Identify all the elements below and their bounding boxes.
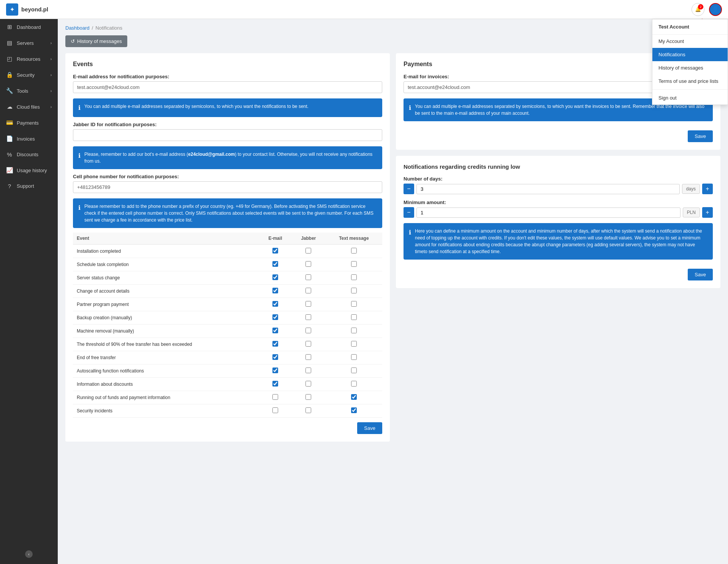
checkbox-sms[interactable] xyxy=(351,288,357,293)
checkbox-email[interactable] xyxy=(272,341,278,347)
info-icon-invoice: ℹ xyxy=(409,103,411,112)
checkbox-sms[interactable] xyxy=(351,274,357,280)
checkbox-sms[interactable] xyxy=(351,381,357,387)
checkbox-email[interactable] xyxy=(272,328,278,333)
checkbox-jabber[interactable] xyxy=(305,248,311,253)
checkbox-sms[interactable] xyxy=(351,314,357,320)
checkbox-jabber[interactable] xyxy=(305,368,311,373)
user-dropdown: Test Account My Account Notifications Hi… xyxy=(652,19,728,105)
checkbox-sms[interactable] xyxy=(351,394,357,400)
checkbox-sms[interactable] xyxy=(351,328,357,333)
cloud-chevron: › xyxy=(51,105,52,109)
notifications-button[interactable]: 🔔 2 xyxy=(692,3,704,16)
sidebar-item-security[interactable]: 🔒 Security › xyxy=(0,67,58,83)
info-icon-email: ℹ xyxy=(78,103,81,112)
jabber-input[interactable] xyxy=(73,129,382,141)
checkbox-email[interactable] xyxy=(272,274,278,280)
checkbox-jabber[interactable] xyxy=(305,328,311,333)
discounts-icon: % xyxy=(6,151,13,158)
sidebar-item-resources[interactable]: ◰ Resources › xyxy=(0,51,58,67)
top-header: ✦ beyond.pl 🔔 2 👤 Test Account My Accoun… xyxy=(0,0,728,19)
checkbox-jabber[interactable] xyxy=(305,341,311,347)
checkbox-sms[interactable] xyxy=(351,354,357,360)
checkbox-email[interactable] xyxy=(272,407,278,413)
checkbox-jabber[interactable] xyxy=(305,261,311,267)
dropdown-my-account[interactable]: My Account xyxy=(652,35,728,48)
days-decrement-button[interactable]: − xyxy=(404,184,414,194)
amount-decrement-button[interactable]: − xyxy=(404,207,414,218)
credits-info-text: Here you can define a minimum amount on … xyxy=(415,228,707,255)
table-row: Autoscalling function notifications xyxy=(73,364,382,378)
checkbox-email[interactable] xyxy=(272,248,278,253)
logo-icon: ✦ xyxy=(6,3,18,16)
days-increment-button[interactable]: + xyxy=(702,184,713,194)
payments-icon: 💳 xyxy=(6,119,13,126)
email-info-text: You can add multiple e-mail addresses se… xyxy=(84,103,309,110)
credits-save-button[interactable]: Save xyxy=(688,269,713,280)
checkbox-jabber[interactable] xyxy=(305,381,311,387)
checkbox-jabber[interactable] xyxy=(305,314,311,320)
logo: ✦ beyond.pl xyxy=(6,3,48,16)
checkbox-jabber[interactable] xyxy=(305,394,311,400)
checkbox-jabber[interactable] xyxy=(305,274,311,280)
dropdown-history[interactable]: History of messages xyxy=(652,61,728,74)
checkbox-jabber[interactable] xyxy=(305,301,311,307)
amount-input[interactable] xyxy=(416,208,681,218)
sidebar-item-tools[interactable]: 🔧 Tools › xyxy=(0,83,58,99)
dropdown-notifications[interactable]: Notifications xyxy=(652,48,728,61)
breadcrumb-separator: / xyxy=(92,25,93,31)
info-icon-phone: ℹ xyxy=(78,203,81,212)
dropdown-terms[interactable]: Terms of use and price lists xyxy=(652,74,728,88)
sidebar-item-usage-history[interactable]: 📈 Usage history xyxy=(0,162,58,178)
events-card: Events E-mail address for notification p… xyxy=(65,53,390,442)
checkbox-jabber[interactable] xyxy=(305,288,311,293)
checkbox-jabber[interactable] xyxy=(305,407,311,413)
payments-save-row: Save xyxy=(404,126,713,142)
table-row: Server status change xyxy=(73,271,382,285)
events-save-button[interactable]: Save xyxy=(357,422,382,434)
sidebar-item-dashboard[interactable]: ⊞ Dashboard xyxy=(0,19,58,35)
checkbox-sms[interactable] xyxy=(351,261,357,267)
checkbox-email[interactable] xyxy=(272,354,278,360)
checkbox-sms[interactable] xyxy=(351,301,357,307)
sidebar-collapse-btn[interactable]: ‹ xyxy=(25,550,33,558)
checkbox-sms[interactable] xyxy=(351,341,357,347)
sidebar-item-discounts[interactable]: % Discounts xyxy=(0,147,58,162)
invoice-info-text: You can add multiple e-mail addresses se… xyxy=(415,103,707,117)
table-row: Installation completed xyxy=(73,244,382,258)
checkbox-email[interactable] xyxy=(272,288,278,293)
checkbox-email[interactable] xyxy=(272,368,278,373)
servers-chevron: › xyxy=(51,41,52,45)
breadcrumb-home[interactable]: Dashboard xyxy=(65,25,90,31)
event-name-cell: Machine removal (manually) xyxy=(73,325,259,338)
email-notification-input[interactable] xyxy=(73,81,382,93)
days-input[interactable] xyxy=(416,184,680,194)
sidebar-item-cloud-files[interactable]: ☁ Cloud files › xyxy=(0,99,58,115)
logo-text: beyond.pl xyxy=(21,6,48,13)
phone-group: Cell phone number for notification purpo… xyxy=(73,174,382,193)
checkbox-email[interactable] xyxy=(272,314,278,320)
checkbox-jabber[interactable] xyxy=(305,354,311,360)
amount-increment-button[interactable]: + xyxy=(702,207,713,218)
sidebar-item-invoices[interactable]: 📄 Invoices xyxy=(0,131,58,147)
payments-save-button[interactable]: Save xyxy=(688,130,713,142)
dropdown-signout[interactable]: Sign out xyxy=(652,91,728,105)
phone-input[interactable] xyxy=(73,181,382,193)
checkbox-email[interactable] xyxy=(272,381,278,387)
checkbox-sms[interactable] xyxy=(351,368,357,373)
info-icon-jabber: ℹ xyxy=(78,151,81,160)
sidebar-label-servers: Servers xyxy=(17,40,34,46)
sidebar-item-payments[interactable]: 💳 Payments xyxy=(0,115,58,131)
checkbox-sms[interactable] xyxy=(351,248,357,253)
checkbox-email[interactable] xyxy=(272,301,278,307)
history-of-messages-button[interactable]: ↺ History of messages xyxy=(65,35,127,47)
sidebar-item-servers[interactable]: ▤ Servers › xyxy=(0,35,58,51)
sidebar-item-support[interactable]: ? Support xyxy=(0,178,58,194)
days-counter-row: − days + xyxy=(404,184,713,194)
sidebar-label-cloud: Cloud files xyxy=(17,104,40,110)
user-avatar[interactable]: 👤 xyxy=(709,3,722,16)
checkbox-email[interactable] xyxy=(272,394,278,400)
checkbox-sms[interactable] xyxy=(351,407,357,413)
sidebar-label-support: Support xyxy=(17,183,34,189)
checkbox-email[interactable] xyxy=(272,261,278,267)
